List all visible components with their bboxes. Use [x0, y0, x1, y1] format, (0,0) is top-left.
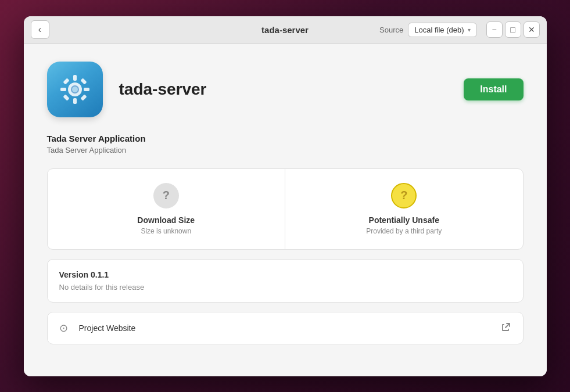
- version-desc: No details for this release: [59, 283, 511, 292]
- download-size-desc: Size is unknown: [141, 227, 191, 235]
- maximize-button[interactable]: □: [505, 21, 521, 38]
- window-title: tada-server: [261, 25, 309, 35]
- minimize-button[interactable]: −: [486, 21, 503, 38]
- app-description-section: Tada Server Application Tada Server Appl…: [47, 134, 524, 154]
- main-content: tada-server Install Tada Server Applicat…: [24, 44, 547, 376]
- titlebar-right: Source Local file (deb) ▾ − □ ✕: [379, 21, 539, 38]
- window-controls: − □ ✕: [486, 21, 540, 38]
- back-button[interactable]: ‹: [31, 20, 49, 39]
- back-icon: ‹: [38, 24, 41, 35]
- svg-rect-3: [73, 98, 77, 104]
- app-description-subtitle: Tada Server Application: [47, 146, 524, 154]
- source-dropdown-value: Local file (deb): [414, 26, 464, 34]
- info-cards: ? Download Size Size is unknown ? Potent…: [47, 168, 524, 250]
- svg-rect-4: [60, 88, 66, 91]
- app-header: tada-server Install: [47, 62, 524, 117]
- app-description-title: Tada Server Application: [47, 134, 524, 143]
- potentially-unsafe-card: ? Potentially Unsafe Provided by a third…: [285, 169, 523, 249]
- maximize-icon: □: [510, 25, 515, 34]
- source-label: Source: [379, 26, 403, 34]
- svg-rect-5: [84, 88, 89, 91]
- unsafe-icon: ?: [391, 183, 417, 208]
- svg-rect-8: [63, 94, 69, 100]
- app-icon-svg: [55, 69, 95, 110]
- app-window: ‹ tada-server Source Local file (deb) ▾ …: [24, 16, 547, 376]
- svg-point-10: [72, 87, 78, 92]
- titlebar: ‹ tada-server Source Local file (deb) ▾ …: [24, 16, 547, 44]
- svg-rect-7: [80, 78, 87, 84]
- close-icon: ✕: [528, 25, 535, 34]
- project-link-circle-icon: ⊙: [59, 322, 72, 335]
- svg-rect-6: [63, 78, 69, 84]
- download-size-title: Download Size: [137, 215, 195, 225]
- install-button[interactable]: Install: [464, 78, 523, 100]
- version-title: Version 0.1.1: [59, 270, 511, 279]
- svg-rect-9: [80, 94, 87, 100]
- external-link-icon: [501, 322, 511, 335]
- close-button[interactable]: ✕: [524, 21, 540, 38]
- unsafe-title: Potentially Unsafe: [369, 215, 439, 225]
- app-icon: [47, 62, 103, 117]
- project-link-card[interactable]: ⊙ Project Website: [47, 312, 524, 344]
- download-size-card: ? Download Size Size is unknown: [48, 169, 285, 249]
- app-name: tada-server: [119, 80, 464, 99]
- source-dropdown[interactable]: Local file (deb) ▾: [408, 23, 476, 37]
- minimize-icon: −: [492, 25, 496, 34]
- unsafe-desc: Provided by a third party: [366, 227, 442, 235]
- svg-rect-2: [73, 75, 77, 81]
- download-size-icon: ?: [153, 183, 179, 208]
- chevron-down-icon: ▾: [468, 27, 471, 33]
- project-link-label: Project Website: [79, 323, 501, 333]
- version-card: Version 0.1.1 No details for this releas…: [47, 259, 524, 303]
